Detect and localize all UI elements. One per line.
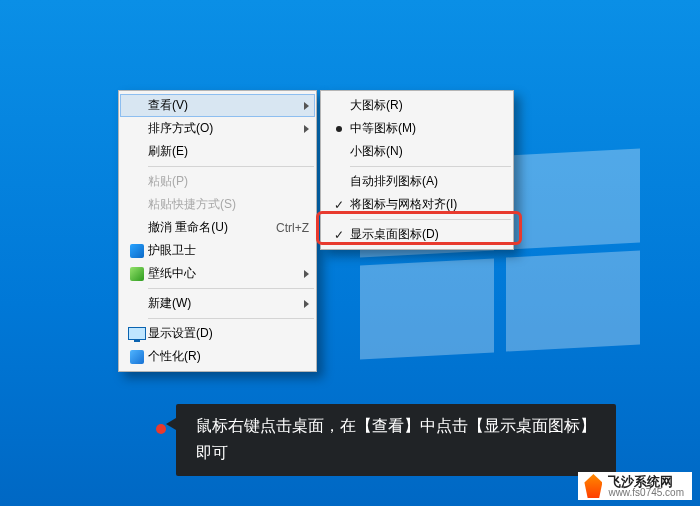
menu-huyan-label: 护眼卫士 (148, 242, 309, 259)
shield-icon (130, 244, 144, 258)
separator (148, 288, 314, 289)
chevron-right-icon (304, 300, 309, 308)
chevron-right-icon (304, 102, 309, 110)
submenu-small-icons[interactable]: 小图标(N) (322, 140, 512, 163)
menu-refresh[interactable]: 刷新(E) (120, 140, 315, 163)
desktop-context-menu: 查看(V) 排序方式(O) 刷新(E) 粘贴(P) 粘贴快捷方式(S) 撤消 重… (118, 90, 317, 372)
watermark-url: www.fs0745.com (608, 488, 684, 498)
watermark: 飞沙系统网 www.fs0745.com (578, 472, 692, 500)
submenu-medium-label: 中等图标(M) (350, 120, 506, 137)
instruction-text: 鼠标右键点击桌面，在【查看】中点击【显示桌面图标】即可 (196, 417, 596, 461)
submenu-medium-icons[interactable]: 中等图标(M) (322, 117, 512, 140)
radio-selected-icon (336, 126, 342, 132)
menu-personalize[interactable]: 个性化(R) (120, 345, 315, 368)
menu-wallpaper[interactable]: 壁纸中心 (120, 262, 315, 285)
submenu-show-desktop-icons[interactable]: 显示桌面图标(D) (322, 223, 512, 246)
submenu-show-icons-label: 显示桌面图标(D) (350, 226, 506, 243)
menu-sort-label: 排序方式(O) (148, 120, 304, 137)
submenu-align-grid[interactable]: 将图标与网格对齐(I) (322, 193, 512, 216)
submenu-auto-arrange-label: 自动排列图标(A) (350, 173, 506, 190)
flame-icon (584, 474, 602, 498)
personalize-icon (130, 350, 144, 364)
menu-display-settings[interactable]: 显示设置(D) (120, 322, 315, 345)
menu-paste-shortcut-label: 粘贴快捷方式(S) (148, 196, 309, 213)
check-icon (334, 228, 344, 242)
submenu-large-icons[interactable]: 大图标(R) (322, 94, 512, 117)
menu-wallpaper-label: 壁纸中心 (148, 265, 304, 282)
menu-display-label: 显示设置(D) (148, 325, 309, 342)
chevron-right-icon (304, 270, 309, 278)
menu-paste-label: 粘贴(P) (148, 173, 309, 190)
separator (350, 219, 511, 220)
pointer-dot (156, 424, 166, 434)
chevron-right-icon (304, 125, 309, 133)
menu-new-label: 新建(W) (148, 295, 304, 312)
menu-huyan[interactable]: 护眼卫士 (120, 239, 315, 262)
menu-view[interactable]: 查看(V) (120, 94, 315, 117)
submenu-align-grid-label: 将图标与网格对齐(I) (350, 196, 506, 213)
menu-new[interactable]: 新建(W) (120, 292, 315, 315)
menu-undo-shortcut: Ctrl+Z (276, 221, 309, 235)
menu-view-label: 查看(V) (148, 97, 304, 114)
menu-paste-shortcut: 粘贴快捷方式(S) (120, 193, 315, 216)
instruction-tooltip: 鼠标右键点击桌面，在【查看】中点击【显示桌面图标】即可 (176, 404, 616, 476)
desktop-background[interactable]: 查看(V) 排序方式(O) 刷新(E) 粘贴(P) 粘贴快捷方式(S) 撤消 重… (0, 0, 700, 506)
menu-personalize-label: 个性化(R) (148, 348, 309, 365)
check-icon (334, 198, 344, 212)
submenu-large-label: 大图标(R) (350, 97, 506, 114)
separator (350, 166, 511, 167)
watermark-title: 飞沙系统网 (608, 475, 684, 488)
menu-paste: 粘贴(P) (120, 170, 315, 193)
menu-undo[interactable]: 撤消 重命名(U) Ctrl+Z (120, 216, 315, 239)
menu-refresh-label: 刷新(E) (148, 143, 309, 160)
monitor-icon (128, 327, 146, 340)
submenu-auto-arrange[interactable]: 自动排列图标(A) (322, 170, 512, 193)
separator (148, 318, 314, 319)
submenu-small-label: 小图标(N) (350, 143, 506, 160)
menu-undo-label: 撤消 重命名(U) (148, 219, 266, 236)
view-submenu: 大图标(R) 中等图标(M) 小图标(N) 自动排列图标(A) 将图标与网格对齐… (320, 90, 514, 250)
menu-sort[interactable]: 排序方式(O) (120, 117, 315, 140)
wallpaper-icon (130, 267, 144, 281)
separator (148, 166, 314, 167)
